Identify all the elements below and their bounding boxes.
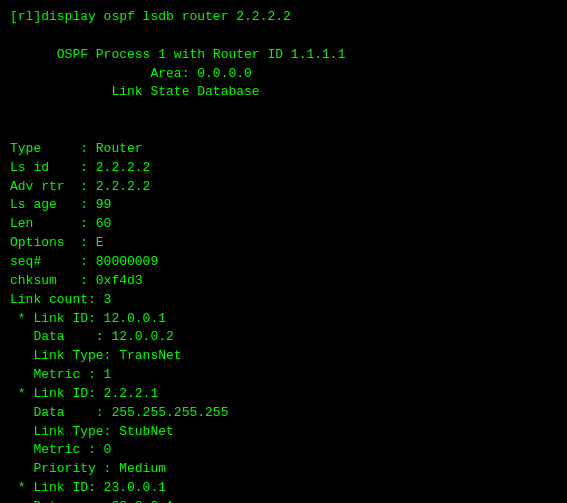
link2-type-line: Link Type: StubNet (10, 423, 557, 442)
link3-id-line: * Link ID: 23.0.0.1 (10, 479, 557, 498)
command-line: [rl]display ospf lsdb router 2.2.2.2 (10, 8, 557, 27)
link2-id-line: * Link ID: 2.2.2.1 (10, 385, 557, 404)
ls-id-line: Ls id : 2.2.2.2 (10, 159, 557, 178)
link3-data-line: Data : 23.0.0.1 (10, 498, 557, 503)
ospf-header-1: OSPF Process 1 with Router ID 1.1.1.1 (10, 46, 557, 65)
terminal-window: [rl]display ospf lsdb router 2.2.2.2 OSP… (0, 0, 567, 503)
type-line: Type : Router (10, 140, 557, 159)
link2-data-line: Data : 255.255.255.255 (10, 404, 557, 423)
adv-rtr-line: Adv rtr : 2.2.2.2 (10, 178, 557, 197)
blank-line-3 (10, 121, 557, 140)
ls-age-line: Ls age : 99 (10, 196, 557, 215)
link1-metric-line: Metric : 1 (10, 366, 557, 385)
ospf-header-3: Link State Database (10, 83, 557, 102)
len-line: Len : 60 (10, 215, 557, 234)
link-count-line: Link count: 3 (10, 291, 557, 310)
link1-type-line: Link Type: TransNet (10, 347, 557, 366)
link2-priority-line: Priority : Medium (10, 460, 557, 479)
link2-metric-line: Metric : 0 (10, 441, 557, 460)
options-line: Options : E (10, 234, 557, 253)
link1-data-line: Data : 12.0.0.2 (10, 328, 557, 347)
blank-line-2 (10, 102, 557, 121)
ospf-header-2: Area: 0.0.0.0 (10, 65, 557, 84)
link1-id-line: * Link ID: 12.0.0.1 (10, 310, 557, 329)
chksum-line: chksum : 0xf4d3 (10, 272, 557, 291)
seq-line: seq# : 80000009 (10, 253, 557, 272)
blank-line-1 (10, 27, 557, 46)
